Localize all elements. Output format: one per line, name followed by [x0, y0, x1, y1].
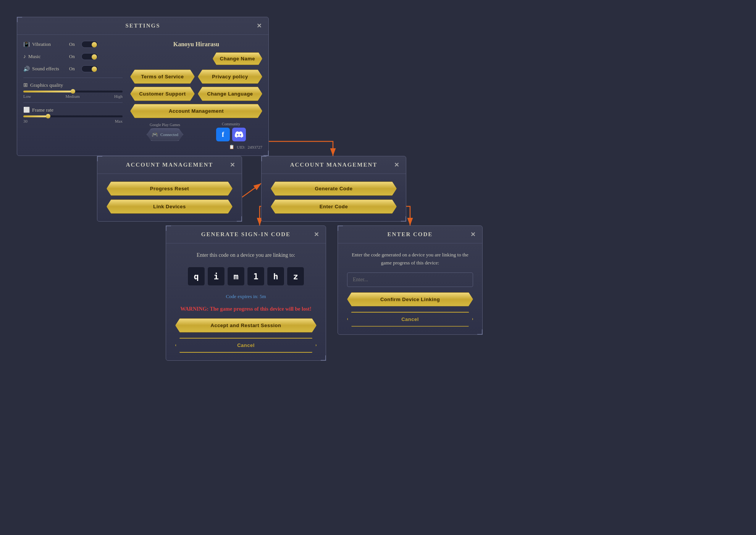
vibration-icon: 📳 — [23, 41, 30, 48]
connected-label: Connected — [160, 132, 178, 137]
settings-right-panel: Kanoyu Hirarasu Change Name Terms of Ser… — [130, 41, 262, 149]
graphics-low-label: Low — [23, 94, 31, 99]
acct-mgmt-2-close-button[interactable]: ✕ — [392, 161, 401, 169]
settings-panel: SETTINGS ✕ 📳 Vibration On ♪ Music — [17, 17, 269, 156]
settings-divider-2 — [23, 102, 123, 103]
frame-rate-labels: 30 Max — [23, 119, 123, 123]
sound-toggle[interactable] — [81, 65, 98, 72]
acct-mgmt-1-header: ACCOUNT MANAGEMENT ✕ — [97, 156, 242, 174]
settings-close-button[interactable]: ✕ — [255, 22, 263, 30]
graphics-quality-section: ⊞ Graphics quality Low Medium High — [23, 82, 123, 99]
acct-mgmt-1-title: ACCOUNT MANAGEMENT — [126, 162, 213, 168]
gamepad-icon: 🎮 — [152, 131, 158, 138]
account-management-panel-1: ACCOUNT MANAGEMENT ✕ Progress Reset Link… — [97, 156, 242, 222]
confirm-device-linking-button[interactable]: Confirm Device Linking — [347, 292, 473, 306]
enter-code-close-button[interactable]: ✕ — [468, 230, 477, 239]
music-icon: ♪ — [23, 54, 26, 60]
generate-code-description: Enter this code on a device you are link… — [197, 251, 295, 259]
music-value: On — [69, 54, 78, 60]
accept-restart-button[interactable]: Accept and Restart Session — [175, 318, 317, 332]
music-toggle-thumb — [92, 54, 97, 60]
google-play-connected-button[interactable]: 🎮 Connected — [147, 128, 183, 141]
music-row: ♪ Music On — [23, 53, 123, 60]
generate-code-cancel-button[interactable]: Cancel — [175, 338, 317, 353]
code-char-1: q — [187, 267, 205, 286]
enter-code-body: Enter the code generated on a device you… — [338, 243, 482, 334]
code-char-3: m — [227, 267, 245, 286]
sound-toggle-thumb — [92, 66, 97, 72]
enter-code-header: ENTER CODE ✕ — [338, 226, 482, 243]
generate-code-header: GENERATE SIGN-IN CODE ✕ — [166, 226, 326, 243]
enter-code-description: Enter the code generated on a device you… — [347, 251, 473, 267]
settings-buttons-grid: Change Name Terms of Service Privacy pol… — [130, 52, 262, 118]
graphics-slider-thumb — [71, 89, 75, 94]
username-display: Kanoyu Hirarasu — [130, 41, 262, 48]
community-item: Community f — [216, 122, 246, 141]
change-language-button[interactable]: Change Language — [198, 87, 262, 101]
google-play-label: Google Play Games — [150, 123, 180, 127]
code-char-2: i — [207, 267, 225, 286]
change-name-button[interactable]: Change Name — [213, 52, 262, 65]
vibration-label: 📳 Vibration — [23, 41, 69, 48]
enter-code-input[interactable] — [347, 272, 473, 287]
frame-rate-label: ⬜ Frame rate — [23, 107, 69, 113]
graphics-medium-label: Medium — [65, 94, 79, 99]
facebook-icon[interactable]: f — [216, 128, 230, 141]
privacy-policy-button[interactable]: Privacy policy — [198, 70, 262, 84]
acct-mgmt-2-header: ACCOUNT MANAGEMENT ✕ — [262, 156, 406, 174]
vibration-value: On — [69, 42, 78, 47]
generate-code-button[interactable]: Generate Code — [271, 182, 397, 196]
code-warning-text: WARNING: The game progress of this devic… — [180, 305, 311, 313]
graphics-slider-track[interactable] — [23, 91, 123, 92]
frame-rate-slider-track[interactable] — [23, 115, 123, 117]
account-management-button[interactable]: Account Management — [130, 104, 262, 118]
uid-row: 📋 UID: 2493727 — [130, 144, 262, 149]
acct-mgmt-2-body: Generate Code Enter Code — [262, 174, 406, 221]
link-devices-button[interactable]: Link Devices — [107, 199, 233, 214]
discord-icon[interactable] — [232, 128, 246, 141]
google-play-item: Google Play Games 🎮 Connected — [147, 123, 183, 141]
generate-code-close-button[interactable]: ✕ — [312, 230, 320, 239]
frame-rate-slider-fill — [23, 115, 48, 117]
progress-reset-button[interactable]: Progress Reset — [107, 182, 233, 196]
code-display: q i m 1 h z — [187, 267, 304, 286]
uid-label: UID: — [237, 145, 246, 149]
uid-copy-icon: 📋 — [229, 144, 234, 149]
acct-mgmt-1-body: Progress Reset Link Devices — [97, 174, 242, 221]
code-char-6: z — [287, 267, 304, 286]
code-char-4: 1 — [247, 267, 265, 286]
graphics-icon: ⊞ — [23, 82, 28, 88]
music-toggle[interactable] — [81, 53, 98, 60]
frame-rate-icon: ⬜ — [23, 107, 30, 113]
settings-left-panel: 📳 Vibration On ♪ Music On — [23, 41, 123, 149]
sound-effects-row: 🔊 Sound effects On — [23, 65, 123, 72]
social-row: Google Play Games 🎮 Connected Community … — [130, 122, 262, 141]
settings-divider-1 — [23, 78, 123, 78]
frame-rate-section: ⬜ Frame rate 30 Max — [23, 107, 123, 123]
frame-rate-slider-thumb — [46, 114, 50, 118]
vibration-toggle-thumb — [92, 42, 97, 47]
uid-value: 2493727 — [248, 145, 263, 149]
generate-sign-in-code-panel: GENERATE SIGN-IN CODE ✕ Enter this code … — [166, 225, 326, 361]
acct-mgmt-1-close-button[interactable]: ✕ — [228, 161, 236, 169]
enter-code-title: ENTER CODE — [388, 231, 433, 238]
music-label: ♪ Music — [23, 54, 69, 60]
terms-of-service-button[interactable]: Terms of Service — [130, 70, 195, 84]
settings-header: SETTINGS ✕ — [17, 17, 268, 35]
community-icons: f — [216, 128, 246, 141]
account-management-panel-2: ACCOUNT MANAGEMENT ✕ Generate Code Enter… — [261, 156, 406, 222]
sound-effects-label: 🔊 Sound effects — [23, 66, 69, 72]
frame-rate-30-label: 30 — [23, 119, 27, 123]
acct-mgmt-2-title: ACCOUNT MANAGEMENT — [290, 162, 378, 168]
code-char-5: h — [267, 267, 284, 286]
vibration-toggle[interactable] — [81, 41, 98, 48]
enter-code-button[interactable]: Enter Code — [271, 199, 397, 214]
sound-icon: 🔊 — [23, 66, 30, 72]
graphics-high-label: High — [114, 94, 123, 99]
enter-code-cancel-button[interactable]: Cancel — [347, 312, 473, 327]
graphics-slider-fill — [23, 91, 73, 92]
generate-code-title: GENERATE SIGN-IN CODE — [201, 231, 291, 238]
customer-support-button[interactable]: Customer Support — [130, 87, 195, 101]
vibration-row: 📳 Vibration On — [23, 41, 123, 48]
graphics-label: ⊞ Graphics quality — [23, 82, 69, 88]
